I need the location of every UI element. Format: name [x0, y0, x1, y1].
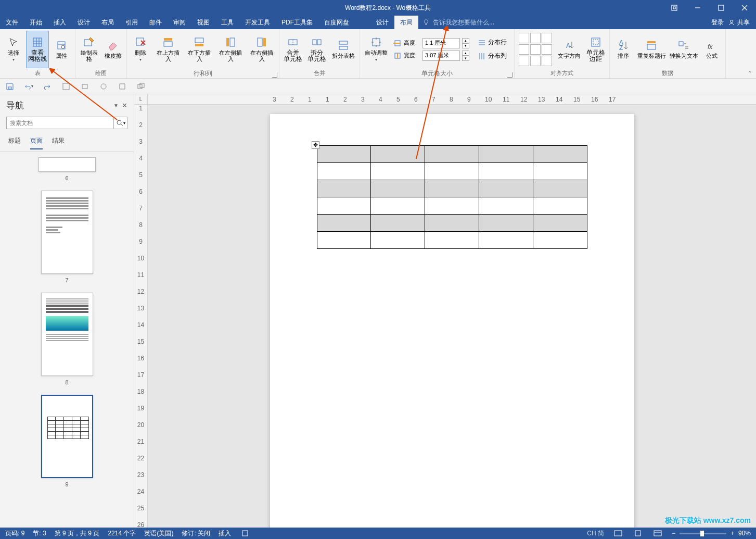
- status-insert[interactable]: 插入: [219, 529, 231, 538]
- status-macro-icon[interactable]: [239, 529, 251, 538]
- align-bl[interactable]: [519, 56, 529, 66]
- delete-button[interactable]: 删除▾: [129, 31, 152, 68]
- draw-table-button[interactable]: 绘制表格: [78, 31, 100, 68]
- nav-search-icon[interactable]: ▾: [113, 117, 127, 129]
- tab-mailings[interactable]: 邮件: [144, 16, 168, 29]
- close-button[interactable]: [733, 0, 756, 16]
- tab-references[interactable]: 引用: [120, 16, 144, 29]
- qat-btn2[interactable]: [80, 82, 89, 91]
- qat-btn5[interactable]: [136, 82, 146, 91]
- status-page[interactable]: 页码: 9: [5, 529, 24, 538]
- status-pages[interactable]: 第 9 页，共 9 页: [55, 529, 100, 538]
- distribute-cols-button[interactable]: 分布列: [475, 51, 510, 62]
- status-track[interactable]: 修订: 关闭: [182, 529, 210, 538]
- text-direction-button[interactable]: A文字方向: [555, 31, 583, 68]
- align-ml[interactable]: [519, 44, 529, 55]
- table-move-handle[interactable]: ✥: [312, 141, 319, 149]
- cell-margins-button[interactable]: 单元格边距: [584, 31, 607, 68]
- align-mr[interactable]: [542, 44, 552, 55]
- align-tl[interactable]: [519, 33, 529, 43]
- tab-review[interactable]: 审阅: [168, 16, 191, 29]
- height-spin-down[interactable]: ▾: [462, 43, 469, 48]
- split-cells-button[interactable]: 拆分单元格: [305, 31, 328, 68]
- ribbon-options-icon[interactable]: [662, 0, 686, 16]
- nav-search-input[interactable]: [7, 117, 113, 129]
- nav-tab-headings[interactable]: 标题: [8, 136, 21, 149]
- merge-cells-button[interactable]: 合并单元格: [281, 31, 304, 68]
- tab-design[interactable]: 设计: [72, 16, 96, 29]
- nav-close-icon[interactable]: ✕: [122, 102, 127, 109]
- width-spin-up[interactable]: ▴: [462, 51, 469, 56]
- width-input[interactable]: [422, 51, 460, 61]
- align-mc[interactable]: [530, 44, 541, 55]
- undo-icon[interactable]: ▾: [24, 82, 33, 91]
- autofit-button[interactable]: 自动调整▾: [362, 31, 390, 68]
- tab-developer[interactable]: 开发工具: [239, 16, 276, 29]
- sort-button[interactable]: AZ排序: [612, 31, 635, 68]
- tab-pdf[interactable]: PDF工具集: [276, 16, 318, 29]
- view-web-icon[interactable]: [652, 529, 663, 538]
- convert-to-text-button[interactable]: 转换为文本: [668, 31, 699, 68]
- qat-btn1[interactable]: [61, 82, 71, 91]
- qat-btn4[interactable]: [118, 82, 127, 91]
- nav-dropdown-icon[interactable]: ▼: [113, 103, 119, 108]
- tab-table-layout[interactable]: 布局: [394, 16, 418, 29]
- width-spin-down[interactable]: ▾: [462, 56, 469, 61]
- repeat-header-button[interactable]: 重复标题行: [636, 31, 667, 68]
- minimize-button[interactable]: [686, 0, 709, 16]
- tab-baidu[interactable]: 百度网盘: [318, 16, 355, 29]
- view-print-icon[interactable]: [632, 529, 644, 538]
- height-spin-up[interactable]: ▴: [462, 38, 469, 43]
- qat-btn3[interactable]: [99, 82, 108, 91]
- page-thumb-9[interactable]: 9: [0, 395, 134, 487]
- view-read-icon[interactable]: [612, 529, 624, 538]
- tab-tools[interactable]: 工具: [215, 16, 239, 29]
- share-button[interactable]: 共享: [728, 18, 750, 27]
- save-icon[interactable]: [5, 82, 15, 91]
- align-bc[interactable]: [530, 56, 541, 66]
- height-input[interactable]: [422, 38, 460, 48]
- zoom-out-icon[interactable]: −: [672, 530, 675, 537]
- select-button[interactable]: 选择▾: [2, 31, 25, 68]
- properties-button[interactable]: 属性: [50, 31, 73, 68]
- view-gridlines-button[interactable]: 查看网格线: [26, 31, 49, 68]
- insert-above-button[interactable]: 在上方插入: [153, 31, 183, 68]
- align-tr[interactable]: [542, 33, 552, 43]
- status-section[interactable]: 节: 3: [33, 529, 46, 538]
- insert-below-button[interactable]: 在下方插入: [184, 31, 214, 68]
- insert-right-button[interactable]: 在右侧插入: [247, 31, 277, 68]
- zoom-slider[interactable]: [680, 533, 726, 534]
- maximize-button[interactable]: [709, 0, 733, 16]
- tab-home[interactable]: 开始: [24, 16, 48, 29]
- document-area[interactable]: ✥ 9: [148, 105, 756, 531]
- tab-insert[interactable]: 插入: [48, 16, 72, 29]
- page-thumb-8[interactable]: 8: [0, 293, 134, 385]
- align-br[interactable]: [542, 56, 552, 66]
- tab-view[interactable]: 视图: [191, 16, 215, 29]
- nav-tab-results[interactable]: 结果: [52, 136, 65, 149]
- tab-file[interactable]: 文件: [0, 16, 24, 29]
- document-table[interactable]: [317, 145, 587, 249]
- collapse-ribbon-icon[interactable]: ⌃: [748, 70, 752, 76]
- distribute-rows-button[interactable]: 分布行: [475, 37, 510, 48]
- tab-layout[interactable]: 布局: [96, 16, 120, 29]
- formula-button[interactable]: fx公式: [700, 31, 723, 68]
- tell-me-search[interactable]: 告诉我您想要做什么...: [418, 16, 711, 29]
- status-lang[interactable]: 英语(美国): [144, 529, 173, 538]
- status-words[interactable]: 2214 个字: [108, 529, 136, 538]
- eraser-button[interactable]: 橡皮擦: [101, 31, 124, 68]
- redo-icon[interactable]: [43, 82, 52, 91]
- tab-table-design[interactable]: 设计: [370, 16, 394, 29]
- insert-left-button[interactable]: 在左侧插入: [215, 31, 246, 68]
- align-tc[interactable]: [530, 33, 541, 43]
- page-thumb-7[interactable]: 7: [0, 191, 134, 283]
- login-link[interactable]: 登录: [711, 18, 724, 27]
- zoom-in-icon[interactable]: +: [731, 530, 734, 537]
- zoom-level[interactable]: 90%: [738, 530, 751, 537]
- split-table-button[interactable]: 拆分表格: [329, 31, 357, 68]
- rowcol-launcher[interactable]: [272, 72, 277, 78]
- nav-tab-pages[interactable]: 页面: [30, 136, 43, 149]
- ime-indicator[interactable]: CH 简: [587, 529, 604, 538]
- page-thumb-6[interactable]: 6: [0, 157, 134, 181]
- cellsize-launcher[interactable]: [507, 72, 512, 78]
